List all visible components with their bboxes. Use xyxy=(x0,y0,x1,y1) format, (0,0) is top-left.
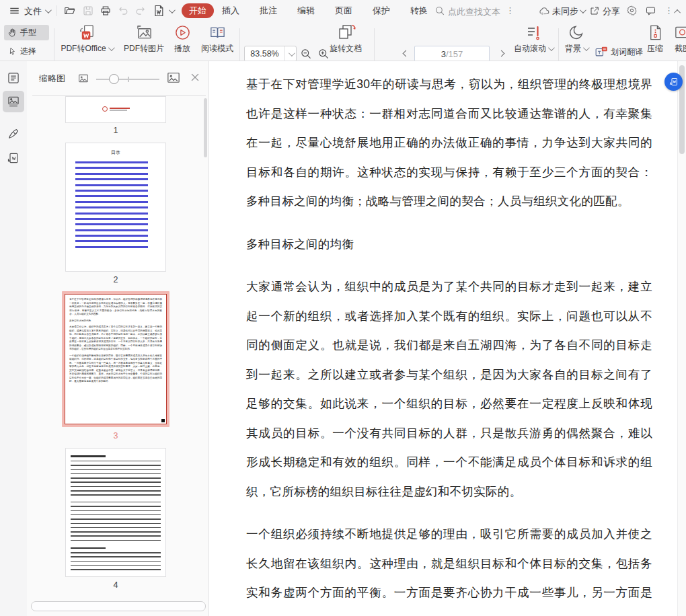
small-thumbnail-icon[interactable] xyxy=(78,73,89,83)
compress-icon xyxy=(647,24,664,42)
reading-mode-icon xyxy=(208,24,227,42)
pdf-to-image-icon xyxy=(135,24,153,42)
word-translation-button[interactable]: 划词翻译 xyxy=(595,46,643,59)
thumbnail-page-3-selected[interactable]: 基于在下对管理学近30年的研读与思考，窃以为，组织管理的终极理想境界也许是这样一… xyxy=(62,291,169,427)
close-panel-icon[interactable] xyxy=(190,72,200,83)
more-options-icon[interactable]: ⋮ xyxy=(664,6,673,15)
doc-paragraph: 大家通常会认为，组织中的成员是为了某个共同的目标才走到一起来，建立起一个新的组织… xyxy=(246,272,652,506)
hamburger-menu-icon[interactable] xyxy=(9,5,20,16)
zoom-level-select[interactable]: 83.58% xyxy=(244,46,297,61)
open-file-button[interactable] xyxy=(63,5,76,17)
zoom-chevron-icon xyxy=(288,50,295,56)
hand-tool-button[interactable]: 手型 xyxy=(4,25,49,40)
tab-protect[interactable]: 保护 xyxy=(373,0,390,22)
export-to-word-button[interactable] xyxy=(152,4,165,17)
auto-scroll-chevron-icon xyxy=(548,44,555,51)
toc-links xyxy=(66,161,165,248)
thumbnail-size-slider-handle[interactable] xyxy=(109,74,119,84)
sync-status[interactable]: 未同步 xyxy=(552,5,578,17)
convert-floating-button[interactable] xyxy=(664,73,683,91)
save-button[interactable] xyxy=(82,5,94,17)
tab-annotate[interactable]: 批注 xyxy=(260,0,277,22)
convert-doc-icon xyxy=(669,77,679,87)
thumbnail-resize-handle xyxy=(161,419,165,422)
large-thumbnail-icon[interactable] xyxy=(167,71,180,84)
doc-paragraph: 大家通常会认为，组织中的成员是为了某个共同的目标才走到一起来，建立起一个新的组织… xyxy=(69,325,162,352)
thumbnail-page-4[interactable] xyxy=(65,448,166,577)
doc-paragraph: 一个组织必须持续不断地提供足够的理由，吸引它所需要的成员加入并使之长久地留在该组… xyxy=(69,354,162,384)
search-more-icon[interactable]: ⋮ xyxy=(506,6,514,15)
share-icon[interactable] xyxy=(589,5,600,16)
moon-icon xyxy=(568,24,585,42)
doc-paragraph: 一个组织必须持续不断地提供足够的理由，吸引它所需要的成员加入并使之长久地留在该组… xyxy=(246,520,652,616)
document-text: 基于在下对管理学近30年的研读与思考，窃以为，组织管理的终极理想境界也许是这样一… xyxy=(209,61,678,616)
document-vertical-scrollbar[interactable] xyxy=(677,61,686,616)
word-translation-icon xyxy=(595,46,608,59)
print-button[interactable] xyxy=(100,5,112,17)
previous-page-icon[interactable] xyxy=(403,50,410,57)
page-number-input[interactable]: 3/157 xyxy=(414,46,490,61)
file-menu-chevron-icon[interactable] xyxy=(45,7,52,13)
thumbnail-panel-button[interactable] xyxy=(3,91,24,112)
sidebar-vertical-scrollbar[interactable] xyxy=(204,98,207,157)
export-panel-button[interactable] xyxy=(3,147,24,169)
redo-button[interactable] xyxy=(135,5,147,16)
doc-heading: 多种目标之间的均衡 xyxy=(246,230,652,260)
search-input[interactable]: 点此查找文本 xyxy=(448,6,500,18)
auto-scroll-icon xyxy=(525,24,542,42)
compress-button[interactable]: 压缩 xyxy=(640,24,670,57)
toolbar: 手型 选择 PDF转Office PDF转图片 xyxy=(0,22,686,61)
annotation-panel-button[interactable] xyxy=(3,123,24,145)
panel-icon-strip xyxy=(0,61,27,616)
pdf-to-office-icon xyxy=(78,24,96,42)
file-menu[interactable]: 文件 xyxy=(24,5,42,17)
auto-scroll-button[interactable]: 自动滚动 xyxy=(512,24,554,57)
thumbnail-page-1[interactable] xyxy=(65,96,166,123)
tab-start[interactable]: 开始 xyxy=(182,3,214,18)
rotate-document-icon xyxy=(336,24,356,42)
comment-icon[interactable] xyxy=(645,5,656,16)
rotate-document-button[interactable]: 旋转文档 xyxy=(324,24,367,57)
search-icon[interactable] xyxy=(434,5,445,16)
page-number-label-selected: 3 xyxy=(65,431,166,440)
tab-edit[interactable]: 编辑 xyxy=(297,0,315,22)
doc-heading: 多种目标之间的均衡 xyxy=(69,319,162,323)
tab-insert[interactable]: 插入 xyxy=(222,0,239,22)
thumbnail-page-2[interactable]: 目录 xyxy=(65,143,166,272)
pdf-to-office-chevron-icon xyxy=(108,44,115,51)
screenshot-button[interactable]: 截图 xyxy=(670,24,686,57)
tab-page[interactable]: 页面 xyxy=(335,0,352,22)
outline-panel-button[interactable] xyxy=(3,67,24,89)
screenshot-icon xyxy=(674,24,686,42)
sync-chevron-icon[interactable] xyxy=(580,7,586,13)
zoom-out-button[interactable] xyxy=(300,48,312,60)
toc-title: 目录 xyxy=(66,149,165,156)
next-page-icon[interactable] xyxy=(498,50,505,57)
export-options-chevron-icon[interactable] xyxy=(169,7,176,13)
cloud-sync-icon[interactable] xyxy=(538,5,550,16)
background-chevron-icon xyxy=(583,44,590,51)
share-button[interactable]: 分享 xyxy=(603,5,620,17)
page-number-label: 2 xyxy=(65,275,166,284)
publisher-logo xyxy=(66,106,165,112)
settings-gear-icon[interactable] xyxy=(626,5,638,16)
select-tool-button[interactable]: 选择 xyxy=(4,44,49,59)
menubar: 文件 开始 插入 批注 编辑 页面 保护 转换 点此查找文本 xyxy=(0,0,686,22)
sidebar-horizontal-scrollbar[interactable] xyxy=(31,601,206,611)
tab-convert[interactable]: 转换 xyxy=(410,0,428,22)
doc-paragraph: 基于在下对管理学近30年的研读与思考，窃以为，组织管理的终极理想境界也许是这样一… xyxy=(246,70,652,217)
pdf-to-image-button[interactable]: PDF转图片 xyxy=(120,24,168,57)
background-button[interactable]: 背景 xyxy=(561,24,592,57)
play-button[interactable]: 播放 xyxy=(168,24,196,57)
page-number-label: 4 xyxy=(65,580,166,590)
collapse-toolbar-icon[interactable] xyxy=(674,9,681,16)
page-number-label: 1 xyxy=(65,126,166,135)
pdf-to-office-button[interactable]: PDF转Office xyxy=(59,24,114,57)
hand-icon xyxy=(7,28,17,38)
document-view: 基于在下对管理学近30年的研读与思考，窃以为，组织管理的终极理想境界也许是这样一… xyxy=(208,61,678,616)
play-icon xyxy=(174,24,192,42)
thumbnail-3-text: 基于在下对管理学近30年的研读与思考，窃以为，组织管理的终极理想境界也许是这样一… xyxy=(65,295,166,390)
wps-pdf-window: 文件 开始 插入 批注 编辑 页面 保护 转换 点此查找文本 xyxy=(0,0,686,616)
reading-mode-button[interactable]: 阅读模式 xyxy=(198,24,237,57)
undo-button[interactable] xyxy=(117,5,129,16)
